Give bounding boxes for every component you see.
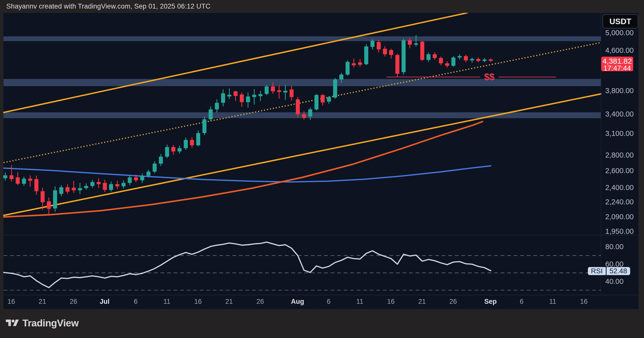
- candle-body: [171, 147, 175, 151]
- tradingview-screenshot: Shayannv created with TradingView.com, S…: [0, 0, 644, 338]
- time-tick-17-11: 11: [549, 298, 556, 305]
- candle-body: [389, 50, 393, 55]
- candle-body: [146, 172, 150, 176]
- rsi-tick-80: 80.00: [605, 243, 624, 250]
- candle-body: [28, 179, 32, 181]
- candle-body: [22, 179, 26, 184]
- time-tick-7-21: 21: [225, 298, 233, 305]
- candle-body: [290, 89, 294, 97]
- candle-body: [3, 175, 7, 178]
- price-tick-3400: 3,400.00: [605, 110, 634, 118]
- candle-body: [196, 133, 200, 145]
- candle-body: [308, 109, 312, 117]
- candle-body: [72, 188, 76, 191]
- ma-deep-orange-line: [4, 122, 482, 217]
- candle-body: [358, 62, 362, 65]
- candle-body: [78, 188, 82, 190]
- candle-body: [352, 63, 356, 65]
- price-tick-2400: 2,400.00: [605, 184, 634, 191]
- currency-toggle-button[interactable]: USDT: [602, 14, 638, 28]
- rsi-line: [4, 242, 491, 288]
- candle-body: [470, 59, 474, 60]
- candle-body: [364, 47, 368, 64]
- candle-body: [109, 184, 113, 190]
- candle-body: [458, 56, 462, 58]
- candle-body: [258, 94, 262, 96]
- lower-channel-line[interactable]: [3, 94, 601, 215]
- candle-body: [190, 140, 194, 145]
- candle-body: [482, 59, 487, 61]
- resistance-zone: [4, 36, 601, 41]
- time-tick-14-26: 26: [449, 298, 457, 305]
- candle-body: [283, 91, 287, 93]
- candle-body: [165, 147, 169, 157]
- candle-body: [215, 103, 219, 109]
- candle-body: [153, 164, 157, 172]
- candle-body: [34, 179, 38, 191]
- candle-body: [333, 80, 337, 98]
- candle-body: [240, 94, 244, 102]
- candle-body: [302, 114, 306, 118]
- candle-body: [371, 41, 375, 47]
- rsi-label: RSI: [588, 267, 606, 275]
- candle-body: [414, 43, 418, 45]
- candle-body: [184, 140, 188, 148]
- candle-body: [65, 187, 69, 192]
- candle-body: [489, 59, 493, 61]
- candle-body: [97, 182, 101, 184]
- tradingview-logo-text: TradingView: [22, 318, 79, 329]
- candle-body: [103, 183, 107, 190]
- candle-body: [10, 175, 14, 179]
- price-tick-1950: 1,950.00: [605, 228, 634, 235]
- candle-body: [252, 95, 256, 97]
- candle-body: [178, 148, 182, 152]
- price-tick-2800: 2,800.00: [605, 151, 634, 159]
- candle-body: [59, 187, 63, 194]
- candle-body: [321, 95, 325, 103]
- candle-body: [271, 86, 275, 91]
- price-tick-2240: 2,240.00: [605, 198, 634, 206]
- candle-body: [122, 183, 126, 186]
- candle-body: [221, 93, 225, 103]
- candle-body: [420, 42, 424, 60]
- candle-body: [296, 99, 300, 114]
- chart-canvas[interactable]: $$: [3, 13, 639, 309]
- price-tick-5000: 5,000.00: [605, 29, 634, 36]
- last-price-badge: 4,381.82 17:47:44: [601, 57, 633, 71]
- tradingview-logo[interactable]: TradingView: [6, 318, 79, 329]
- time-tick-11-11: 11: [356, 298, 363, 305]
- candle-body: [464, 56, 468, 60]
- price-tick-2090: 2,090.00: [605, 213, 634, 220]
- candle-body: [47, 201, 51, 209]
- time-tick-18-16: 16: [580, 298, 588, 305]
- candle-body: [408, 40, 412, 45]
- candle-body: [277, 90, 281, 92]
- chart-area[interactable]: $$: [3, 13, 639, 309]
- candle-body: [233, 91, 237, 96]
- candle-body: [383, 49, 387, 54]
- candle-body: [445, 63, 449, 66]
- candle-body: [265, 86, 269, 94]
- rsi-value-badge: RSI 52.48: [588, 267, 630, 275]
- dotted-trendline[interactable]: [4, 43, 601, 163]
- time-tick-8-26: 26: [256, 298, 264, 305]
- candle-body: [134, 177, 138, 180]
- candle-body: [433, 54, 437, 58]
- price-tick-2600: 2,600.00: [605, 167, 634, 174]
- price-tick-3800: 3,800.00: [605, 87, 634, 94]
- candle-body: [327, 97, 331, 102]
- candle-body: [346, 62, 350, 74]
- ma-blue-line: [4, 166, 491, 182]
- time-tick-15-Sep: Sep: [484, 298, 497, 305]
- candle-body: [426, 54, 430, 60]
- mid-zone: [4, 79, 601, 86]
- candle-body: [140, 176, 144, 180]
- price-tick-3100: 3,100.00: [605, 130, 634, 137]
- bar-countdown: 17:47:44: [601, 65, 633, 71]
- candle-body: [314, 95, 318, 109]
- candle-body: [227, 95, 231, 96]
- tradingview-logo-icon: [6, 318, 19, 328]
- time-tick-1-21: 21: [38, 298, 46, 305]
- price-tick-4600: 4,600.00: [605, 47, 634, 54]
- time-tick-10-6: 6: [327, 298, 331, 305]
